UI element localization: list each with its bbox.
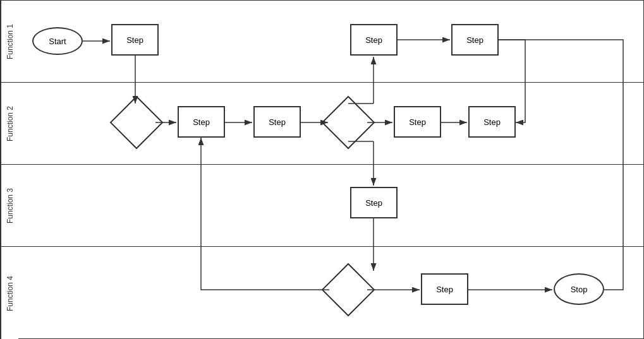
start-shape: Start <box>32 27 83 55</box>
stop-shape: Stop <box>554 273 604 305</box>
step-7-label: Step <box>409 117 426 127</box>
step-6-label: Step <box>466 35 483 45</box>
step-5-label: Step <box>365 35 382 45</box>
step-6: Step <box>451 24 499 56</box>
step-1: Step <box>111 24 159 56</box>
step-3-label: Step <box>269 117 286 127</box>
step-4-label: Step <box>365 198 382 208</box>
lane-2: Function 2 <box>1 83 643 165</box>
step-7: Step <box>394 106 441 138</box>
step-5: Step <box>350 24 398 56</box>
step-2: Step <box>178 106 225 138</box>
lane-3-label: Function 3 <box>1 165 18 246</box>
lane-4: Function 4 <box>1 247 643 339</box>
lane-4-label: Function 4 <box>1 247 18 339</box>
step-8-label: Step <box>483 117 501 127</box>
step-3: Step <box>253 106 301 138</box>
step-4: Step <box>350 187 398 218</box>
diagram-container: Function 1 Function 2 Function 3 Functio… <box>0 0 644 339</box>
step-1-label: Step <box>126 35 143 45</box>
stop-label: Stop <box>571 285 588 294</box>
step-9-label: Step <box>436 285 453 294</box>
lane-2-label: Function 2 <box>1 83 18 164</box>
step-2-label: Step <box>193 117 210 127</box>
step-8: Step <box>468 106 516 138</box>
step-9: Step <box>421 273 468 305</box>
lane-3: Function 3 <box>1 165 643 247</box>
lane-1: Function 1 <box>1 1 643 83</box>
start-label: Start <box>49 37 66 46</box>
lane-1-label: Function 1 <box>1 1 18 82</box>
